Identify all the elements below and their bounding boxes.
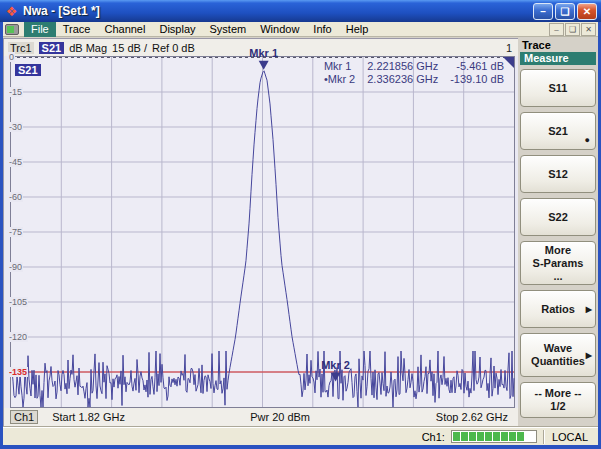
minimize-icon[interactable]: – (533, 3, 553, 20)
softkey-s21[interactable]: S21● (520, 112, 596, 150)
softkey-header: Measure (520, 52, 596, 65)
menu-item-display[interactable]: Display (152, 22, 202, 37)
trace-ref-label[interactable]: Ref 0 dB (152, 42, 195, 54)
marker-readout-mname: •Mkr 2 (324, 73, 355, 86)
channel-bar: Ch1 Start 1.82 GHz Pwr 20 dBm Stop 2.62 … (4, 408, 518, 426)
softkey-group-label: Trace (520, 39, 596, 52)
active-area-corner-icon (503, 57, 514, 68)
menu-item-system[interactable]: System (203, 22, 254, 37)
y-tick-label: -75 (8, 227, 23, 237)
marker-1-label: Mkr 1 (249, 47, 278, 59)
marker-readout-mfreq: 2.336236 GHz (367, 73, 438, 86)
menu-item-trace[interactable]: Trace (56, 22, 98, 37)
submenu-arrow-icon: ▶ (586, 349, 592, 362)
local-mode-label: LOCAL (550, 431, 594, 443)
softkey-s12[interactable]: S12 (520, 155, 596, 193)
mdi-minimize-icon[interactable]: – (549, 23, 564, 36)
restore-icon[interactable]: ❏ (555, 3, 575, 20)
window-number-label: 1 (506, 42, 514, 54)
window-title: Nwa - [Set1 *] (23, 4, 100, 18)
y-tick-label: -120 (8, 332, 28, 342)
sweep-progress-bar (451, 430, 537, 443)
title-bar: ❖ Nwa - [Set1 *] – ❏ ✕ (0, 0, 601, 22)
mdi-restore-icon[interactable]: ❏ (565, 23, 580, 36)
statusbar-divider (543, 430, 544, 444)
status-bar: Ch1: LOCAL (3, 427, 598, 445)
marker-readout: Mkr 12.221856 GHz-5.461 dB•Mkr 22.336236… (324, 60, 504, 86)
mdi-close-icon[interactable]: ✕ (581, 23, 596, 36)
menu-item-channel[interactable]: Channel (97, 22, 152, 37)
softkey-s22[interactable]: S22 (520, 198, 596, 236)
selected-dot-icon: ● (585, 134, 590, 147)
marker-1-triangle[interactable] (259, 61, 269, 70)
trace-badge: S21 (15, 64, 41, 76)
softkey-more[interactable]: More S-Params ... (520, 241, 596, 285)
menu-items: FileTraceChannelDisplaySystemWindowInfoH… (24, 22, 375, 37)
y-tick-label: 0 (8, 52, 15, 62)
menu-item-help[interactable]: Help (339, 22, 376, 37)
y-tick-label: -90 (8, 262, 23, 272)
softkey-wave[interactable]: Wave Quantities▶ (520, 333, 596, 377)
trace-format-label[interactable]: dB Mag (69, 42, 107, 54)
y-tick-label: -135 (8, 367, 28, 377)
trace-scale-label[interactable]: 15 dB / (112, 42, 147, 54)
app-icon: ❖ (4, 4, 19, 19)
instrument-icon (5, 24, 19, 35)
channel-chip[interactable]: Ch1 (10, 410, 38, 424)
menu-bar: FileTraceChannelDisplaySystemWindowInfoH… (3, 22, 598, 37)
marker-2-label: Mkr 2 (321, 359, 350, 371)
power-label: Pwr 20 dBm (204, 411, 356, 423)
menu-item-window[interactable]: Window (253, 22, 306, 37)
menu-item-info[interactable]: Info (306, 22, 338, 37)
plot-area: S21 Mkr 12.221856 GHz-5.461 dB•Mkr 22.33… (10, 56, 515, 408)
softkey-more[interactable]: -- More -- 1/2 (520, 382, 596, 418)
marker-readout-mname: Mkr 1 (324, 60, 355, 73)
marker-readout-mfreq: 2.221856 GHz (367, 60, 438, 73)
softkey-panel: Trace Measure S11S21●S12S22More S-Params… (518, 38, 598, 427)
y-tick-label: -60 (8, 192, 23, 202)
y-tick-label: -105 (8, 297, 28, 307)
y-tick-label: -45 (8, 157, 23, 167)
softkey-s11[interactable]: S11 (520, 69, 596, 107)
trace-parameter-chip[interactable]: S21 (39, 42, 65, 54)
stop-frequency-label: Stop 2.62 GHz (356, 411, 512, 423)
start-frequency-label: Start 1.82 GHz (52, 411, 204, 423)
analyzer-window: ❖ Nwa - [Set1 *] – ❏ ✕ FileTraceChannelD… (0, 0, 601, 449)
softkey-ratios[interactable]: Ratios▶ (520, 290, 596, 328)
y-tick-label: -15 (8, 87, 23, 97)
status-channel-label: Ch1: (422, 431, 445, 443)
work-area: Trc1 S21 dB Mag 15 dB / Ref 0 dB 1 S21 M… (3, 38, 598, 427)
marker-readout-mval: -139.10 dB (450, 73, 504, 86)
diagram-area: Trc1 S21 dB Mag 15 dB / Ref 0 dB 1 S21 M… (3, 38, 518, 427)
y-tick-label: -30 (8, 122, 23, 132)
close-icon[interactable]: ✕ (577, 3, 597, 20)
chart-canvas: Mkr 1Mkr 2 (11, 57, 514, 407)
marker-readout-mval: -5.461 dB (450, 60, 504, 73)
submenu-arrow-icon: ▶ (586, 303, 592, 316)
menu-item-file[interactable]: File (24, 22, 56, 37)
